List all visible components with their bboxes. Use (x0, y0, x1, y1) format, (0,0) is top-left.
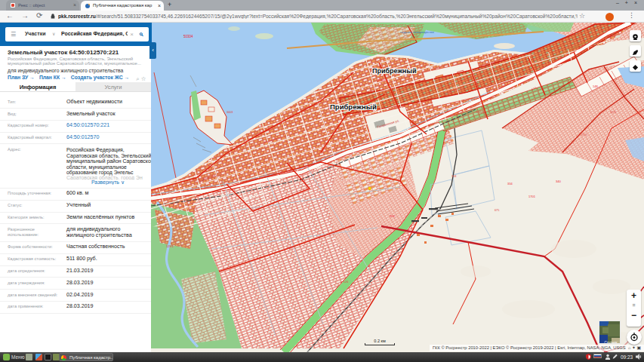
svg-text:126: 126 (344, 281, 348, 284)
svg-text:148: 148 (593, 84, 598, 88)
svg-text:340: 340 (556, 179, 561, 183)
svg-text:210302: 210302 (377, 78, 388, 82)
svg-text:129/1: 129/1 (166, 244, 174, 248)
svg-text:334: 334 (507, 182, 513, 186)
svg-text:903: 903 (390, 214, 395, 218)
svg-text:50304: 50304 (183, 35, 193, 38)
svg-text:4137: 4137 (287, 247, 293, 250)
svg-text:675: 675 (495, 209, 499, 212)
svg-text:909: 909 (384, 176, 389, 180)
svg-text:3403: 3403 (226, 111, 233, 114)
svg-text:Спутник: Спутник (605, 341, 618, 345)
svg-text:158: 158 (451, 175, 456, 178)
svg-text:садовое товарищество: садовое товарищество (400, 30, 434, 34)
svg-text:Прибрежный: Прибрежный (372, 67, 416, 75)
svg-text:310502: 310502 (476, 111, 485, 114)
svg-text:17/1: 17/1 (581, 133, 587, 137)
svg-text:1701: 1701 (528, 195, 536, 198)
svg-text:Прибрежный: Прибрежный (330, 103, 377, 111)
svg-text:1121: 1121 (610, 111, 616, 114)
